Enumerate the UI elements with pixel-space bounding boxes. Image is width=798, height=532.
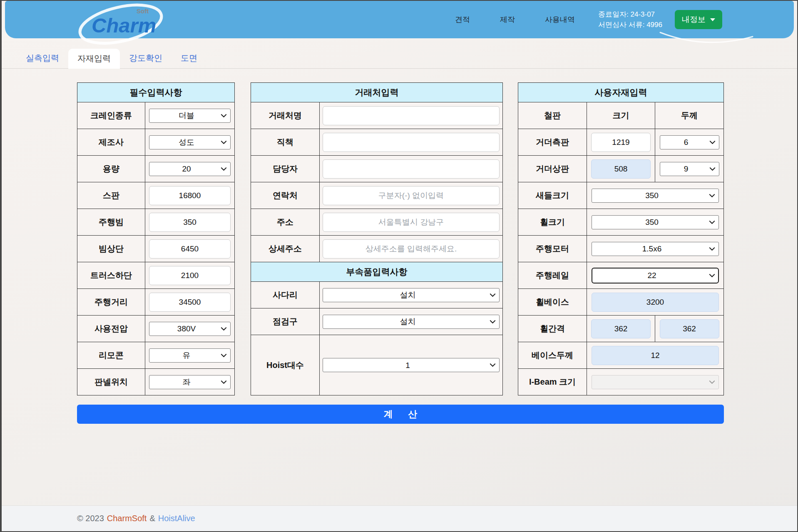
ladder-select-wrap: 설치 [323, 288, 500, 302]
truss-bottom-input[interactable] [149, 266, 231, 285]
client-input-table: 거래처입력 거래처명 직책 담당자 연락처 주소 [251, 82, 503, 395]
saddle-size-label: 새들크기 [518, 182, 587, 209]
client-name-label: 거래처명 [251, 102, 320, 129]
phone-input[interactable] [323, 186, 500, 205]
travel-beam-input[interactable] [149, 213, 231, 232]
girder-top-plate-size-input[interactable] [591, 159, 651, 179]
travel-rail-label: 주행레일 [518, 262, 587, 289]
page-footer: © 2023 CharmSoft & HoistAlive [2, 505, 797, 531]
panel-position-select-wrap: 좌 [149, 375, 231, 389]
address-detail-input[interactable] [323, 239, 500, 259]
app-header: Charm Soft 견적 제작 사용내역 종료일자: 24-3-07 서면심사… [5, 1, 794, 38]
main-content: 필수입력사항 크레인종류 더블 제조사 성도 용량 [2, 69, 797, 505]
beam-top-label: 빔상단 [77, 236, 145, 262]
app-window: Charm Soft 견적 제작 사용내역 종료일자: 24-3-07 서면심사… [0, 0, 798, 532]
review-docs-text: 서면심사 서류: 4996 [598, 20, 662, 30]
hoist-count-label: Hoist대수 [251, 335, 320, 395]
remote-control-select[interactable]: 유 [149, 348, 231, 363]
crane-type-select[interactable]: 더블 [149, 109, 231, 123]
travel-distance-input[interactable] [149, 293, 231, 312]
base-thickness-input[interactable] [592, 346, 719, 365]
tab-drawing[interactable]: 도면 [172, 48, 206, 68]
client-name-input[interactable] [323, 106, 500, 125]
voltage-select[interactable]: 380V [149, 322, 231, 336]
manufacturer-select[interactable]: 성도 [149, 135, 231, 149]
panel-position-select[interactable]: 좌 [149, 375, 231, 389]
nav-item-usage-history[interactable]: 사용내역 [545, 15, 575, 25]
voltage-label: 사용전압 [77, 316, 145, 342]
travel-motor-select[interactable]: 1.5x6 [592, 242, 719, 256]
inspection-hole-select[interactable]: 설치 [323, 315, 500, 329]
panel-position-label: 판넬위치 [77, 369, 145, 395]
hoist-count-select-wrap: 1 [323, 358, 500, 372]
ibeam-size-select[interactable] [592, 375, 719, 389]
wheel-size-select[interactable]: 350 [592, 215, 719, 229]
required-input-table: 필수입력사항 크레인종류 더블 제조사 성도 용량 [77, 82, 235, 395]
calculate-button[interactable]: 계 산 [77, 405, 724, 424]
wheel-base-input[interactable] [592, 293, 719, 312]
wheel-gap-left-input[interactable] [591, 319, 651, 338]
charmsoft-logo[interactable]: Charm Soft [72, 1, 172, 38]
saddle-size-select[interactable]: 350 [592, 189, 719, 203]
wheel-gap-right-input[interactable] [660, 319, 719, 338]
manufacturer-select-wrap: 성도 [149, 135, 231, 149]
address-detail-label: 상세주소 [251, 236, 320, 262]
ampersand-text: & [149, 514, 155, 523]
tab-material-input[interactable]: 자재입력 [68, 49, 120, 69]
caret-down-icon [710, 18, 715, 21]
wheel-size-select-wrap: 350 [592, 215, 719, 229]
contact-person-input[interactable] [323, 159, 500, 179]
nav-item-estimate[interactable]: 견적 [455, 15, 470, 25]
beam-top-input[interactable] [149, 239, 231, 259]
travel-motor-select-wrap: 1.5x6 [592, 242, 719, 256]
truss-bottom-label: 트러스하단 [77, 262, 145, 289]
column-header-plate: 철판 [518, 102, 587, 129]
ladder-label: 사다리 [251, 282, 320, 308]
girder-top-plate-thickness-select[interactable]: 9 [660, 162, 719, 176]
column-header-thickness: 두께 [655, 102, 724, 129]
logo-text-charm: Charm [92, 14, 156, 37]
client-table-title: 거래처입력 [251, 83, 503, 102]
manufacturer-label: 제조사 [77, 129, 145, 156]
girder-side-plate-size-input[interactable] [591, 133, 651, 152]
tab-measurement-input[interactable]: 실측입력 [17, 48, 68, 68]
copyright-text: © 2023 [77, 514, 104, 523]
header-nav: 견적 제작 사용내역 [455, 15, 575, 25]
contact-person-label: 담당자 [251, 156, 320, 182]
travel-beam-label: 주행빔 [77, 209, 145, 236]
ibeam-size-select-wrap [592, 375, 719, 389]
girder-side-plate-thickness-select[interactable]: 6 [660, 135, 719, 149]
tab-strength-check[interactable]: 강도확인 [120, 48, 172, 68]
girder-top-plate-label: 거더상판 [518, 156, 587, 182]
ladder-select[interactable]: 설치 [323, 288, 500, 302]
travel-motor-label: 주행모터 [518, 236, 587, 262]
wheel-size-label: 휠크기 [518, 209, 587, 236]
travel-rail-select-wrap: 22 [592, 268, 719, 283]
girder-side-plate-label: 거더측판 [518, 129, 587, 156]
span-input[interactable] [149, 186, 231, 205]
header-info: 종료일자: 24-3-07 서면심사 서류: 4996 [598, 9, 662, 30]
crane-type-label: 크레인종류 [77, 102, 145, 129]
required-table-title: 필수입력사항 [77, 83, 235, 102]
inspection-hole-label: 점검구 [251, 308, 320, 335]
job-title-input[interactable] [323, 133, 500, 152]
address-label: 주소 [251, 209, 320, 236]
hoistalive-link[interactable]: HoistAlive [158, 514, 195, 523]
my-info-button-label: 내정보 [682, 14, 706, 25]
span-label: 스판 [77, 182, 145, 209]
travel-distance-label: 주행거리 [77, 289, 145, 316]
nav-item-production[interactable]: 제작 [500, 15, 515, 25]
wheel-gap-label: 휠간격 [518, 316, 587, 342]
charmsoft-link[interactable]: CharmSoft [107, 514, 147, 523]
deadline-text: 종료일자: 24-3-07 [598, 9, 662, 20]
column-header-size: 크기 [587, 102, 655, 129]
my-info-button[interactable]: 내정보 [675, 10, 722, 29]
charmsoft-logo-icon: Charm Soft [72, 2, 172, 51]
capacity-label: 용량 [77, 156, 145, 182]
capacity-select[interactable]: 20 [149, 162, 231, 176]
address-input[interactable] [323, 213, 500, 232]
hoist-count-select[interactable]: 1 [323, 358, 500, 372]
travel-rail-select[interactable]: 22 [592, 268, 719, 283]
base-thickness-label: 베이스두께 [518, 342, 587, 369]
voltage-select-wrap: 380V [149, 322, 231, 336]
